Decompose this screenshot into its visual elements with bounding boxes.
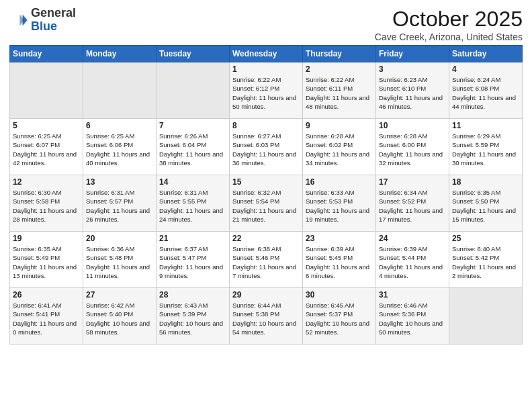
header: General Blue October 2025 Cave Creek, Ar… bbox=[9, 7, 523, 42]
day-info: Sunrise: 6:25 AMSunset: 6:06 PMDaylight:… bbox=[86, 132, 153, 167]
day-number: 27 bbox=[86, 290, 153, 300]
day-info: Sunrise: 6:32 AMSunset: 5:54 PMDaylight:… bbox=[232, 188, 300, 224]
day-number: 22 bbox=[232, 234, 300, 243]
calendar-cell: 9Sunrise: 6:28 AMSunset: 6:02 PMDaylight… bbox=[303, 119, 376, 175]
day-info: Sunrise: 6:29 AMSunset: 5:59 PMDaylight:… bbox=[452, 132, 519, 167]
day-number: 18 bbox=[452, 177, 519, 187]
day-number: 12 bbox=[13, 177, 80, 187]
day-info: Sunrise: 6:31 AMSunset: 5:57 PMDaylight:… bbox=[86, 188, 153, 224]
logo-text: General Blue bbox=[31, 7, 76, 34]
day-info: Sunrise: 6:22 AMSunset: 6:11 PMDaylight:… bbox=[306, 75, 373, 111]
calendar-cell: 5Sunrise: 6:25 AMSunset: 6:07 PMDaylight… bbox=[10, 119, 83, 175]
calendar-cell: 20Sunrise: 6:36 AMSunset: 5:48 PMDayligh… bbox=[83, 232, 157, 288]
logo-blue: Blue bbox=[31, 19, 57, 33]
calendar-cell: 10Sunrise: 6:28 AMSunset: 6:00 PMDayligh… bbox=[376, 119, 449, 175]
day-info: Sunrise: 6:37 AMSunset: 5:47 PMDaylight:… bbox=[159, 244, 226, 280]
day-number: 10 bbox=[379, 121, 446, 130]
day-info: Sunrise: 6:42 AMSunset: 5:40 PMDaylight:… bbox=[86, 301, 153, 336]
calendar-cell: 31Sunrise: 6:46 AMSunset: 5:36 PMDayligh… bbox=[376, 288, 449, 345]
calendar-cell: 7Sunrise: 6:26 AMSunset: 6:04 PMDaylight… bbox=[157, 119, 230, 175]
day-number: 25 bbox=[452, 234, 519, 243]
calendar-cell: 13Sunrise: 6:31 AMSunset: 5:57 PMDayligh… bbox=[83, 175, 157, 232]
day-number: 3 bbox=[379, 64, 446, 74]
week-row-3: 12Sunrise: 6:30 AMSunset: 5:58 PMDayligh… bbox=[10, 175, 523, 232]
header-wednesday: Wednesday bbox=[230, 46, 303, 62]
day-number: 11 bbox=[452, 121, 519, 130]
calendar-cell bbox=[449, 288, 523, 345]
header-monday: Monday bbox=[83, 46, 157, 62]
day-number: 30 bbox=[306, 290, 373, 300]
day-number: 8 bbox=[232, 121, 300, 130]
calendar-cell: 16Sunrise: 6:33 AMSunset: 5:53 PMDayligh… bbox=[303, 175, 376, 232]
day-number: 31 bbox=[379, 290, 446, 300]
week-row-5: 26Sunrise: 6:41 AMSunset: 5:41 PMDayligh… bbox=[10, 288, 523, 345]
day-number: 15 bbox=[232, 177, 300, 187]
calendar-cell: 27Sunrise: 6:42 AMSunset: 5:40 PMDayligh… bbox=[83, 288, 157, 345]
day-info: Sunrise: 6:23 AMSunset: 6:10 PMDaylight:… bbox=[379, 75, 446, 111]
header-tuesday: Tuesday bbox=[157, 46, 230, 62]
calendar-cell: 29Sunrise: 6:44 AMSunset: 5:38 PMDayligh… bbox=[230, 288, 303, 345]
day-info: Sunrise: 6:28 AMSunset: 6:02 PMDaylight:… bbox=[306, 132, 373, 167]
calendar-cell: 23Sunrise: 6:39 AMSunset: 5:45 PMDayligh… bbox=[303, 232, 376, 288]
calendar-cell: 4Sunrise: 6:24 AMSunset: 6:08 PMDaylight… bbox=[449, 62, 523, 119]
header-friday: Friday bbox=[376, 46, 449, 62]
day-number: 29 bbox=[232, 290, 300, 300]
week-row-4: 19Sunrise: 6:35 AMSunset: 5:49 PMDayligh… bbox=[10, 232, 523, 288]
day-number: 24 bbox=[379, 234, 446, 243]
day-info: Sunrise: 6:28 AMSunset: 6:00 PMDaylight:… bbox=[379, 132, 446, 167]
day-number: 23 bbox=[306, 234, 373, 243]
calendar-cell: 25Sunrise: 6:40 AMSunset: 5:42 PMDayligh… bbox=[449, 232, 523, 288]
day-number: 1 bbox=[232, 64, 300, 74]
week-row-1: 1Sunrise: 6:22 AMSunset: 6:12 PMDaylight… bbox=[10, 62, 523, 119]
day-info: Sunrise: 6:22 AMSunset: 6:12 PMDaylight:… bbox=[232, 75, 300, 111]
day-number: 17 bbox=[379, 177, 446, 187]
calendar-cell: 17Sunrise: 6:34 AMSunset: 5:52 PMDayligh… bbox=[376, 175, 449, 232]
day-number: 9 bbox=[306, 121, 373, 130]
day-info: Sunrise: 6:33 AMSunset: 5:53 PMDaylight:… bbox=[306, 188, 373, 224]
logo: General Blue bbox=[9, 7, 76, 34]
calendar-cell: 26Sunrise: 6:41 AMSunset: 5:41 PMDayligh… bbox=[10, 288, 83, 345]
day-info: Sunrise: 6:31 AMSunset: 5:55 PMDaylight:… bbox=[159, 188, 226, 224]
day-info: Sunrise: 6:26 AMSunset: 6:04 PMDaylight:… bbox=[159, 132, 226, 167]
day-info: Sunrise: 6:43 AMSunset: 5:39 PMDaylight:… bbox=[159, 301, 226, 336]
calendar-cell: 19Sunrise: 6:35 AMSunset: 5:49 PMDayligh… bbox=[10, 232, 83, 288]
calendar-cell bbox=[10, 62, 83, 119]
logo-icon bbox=[9, 11, 28, 30]
day-number: 5 bbox=[13, 121, 80, 130]
day-number: 6 bbox=[86, 121, 153, 130]
location: Cave Creek, Arizona, United States bbox=[375, 32, 523, 42]
day-info: Sunrise: 6:24 AMSunset: 6:08 PMDaylight:… bbox=[452, 75, 519, 111]
main-container: General Blue October 2025 Cave Creek, Ar… bbox=[0, 0, 532, 351]
calendar-cell bbox=[83, 62, 157, 119]
day-info: Sunrise: 6:30 AMSunset: 5:58 PMDaylight:… bbox=[13, 188, 80, 224]
day-number: 14 bbox=[159, 177, 226, 187]
header-saturday: Saturday bbox=[449, 46, 523, 62]
calendar-cell: 22Sunrise: 6:38 AMSunset: 5:46 PMDayligh… bbox=[230, 232, 303, 288]
day-number: 4 bbox=[452, 64, 519, 74]
day-info: Sunrise: 6:44 AMSunset: 5:38 PMDaylight:… bbox=[232, 301, 300, 336]
header-row: SundayMondayTuesdayWednesdayThursdayFrid… bbox=[10, 46, 523, 62]
calendar-body: 1Sunrise: 6:22 AMSunset: 6:12 PMDaylight… bbox=[10, 62, 523, 345]
day-info: Sunrise: 6:25 AMSunset: 6:07 PMDaylight:… bbox=[13, 132, 80, 167]
day-info: Sunrise: 6:40 AMSunset: 5:42 PMDaylight:… bbox=[452, 244, 519, 280]
calendar-cell: 12Sunrise: 6:30 AMSunset: 5:58 PMDayligh… bbox=[10, 175, 83, 232]
calendar-table: SundayMondayTuesdayWednesdayThursdayFrid… bbox=[9, 45, 523, 345]
calendar-cell: 6Sunrise: 6:25 AMSunset: 6:06 PMDaylight… bbox=[83, 119, 157, 175]
calendar-cell: 3Sunrise: 6:23 AMSunset: 6:10 PMDaylight… bbox=[376, 62, 449, 119]
month-title: October 2025 bbox=[375, 7, 523, 32]
day-number: 7 bbox=[159, 121, 226, 130]
title-block: October 2025 Cave Creek, Arizona, United… bbox=[375, 7, 523, 42]
day-info: Sunrise: 6:39 AMSunset: 5:44 PMDaylight:… bbox=[379, 244, 446, 280]
calendar-cell: 21Sunrise: 6:37 AMSunset: 5:47 PMDayligh… bbox=[157, 232, 230, 288]
week-row-2: 5Sunrise: 6:25 AMSunset: 6:07 PMDaylight… bbox=[10, 119, 523, 175]
calendar-cell: 24Sunrise: 6:39 AMSunset: 5:44 PMDayligh… bbox=[376, 232, 449, 288]
day-info: Sunrise: 6:35 AMSunset: 5:49 PMDaylight:… bbox=[13, 244, 80, 280]
day-info: Sunrise: 6:41 AMSunset: 5:41 PMDaylight:… bbox=[13, 301, 80, 336]
day-number: 28 bbox=[159, 290, 226, 300]
header-sunday: Sunday bbox=[10, 46, 83, 62]
day-info: Sunrise: 6:27 AMSunset: 6:03 PMDaylight:… bbox=[232, 132, 300, 167]
logo-general: General bbox=[31, 6, 76, 19]
calendar-cell: 28Sunrise: 6:43 AMSunset: 5:39 PMDayligh… bbox=[157, 288, 230, 345]
day-number: 13 bbox=[86, 177, 153, 187]
day-number: 21 bbox=[159, 234, 226, 243]
